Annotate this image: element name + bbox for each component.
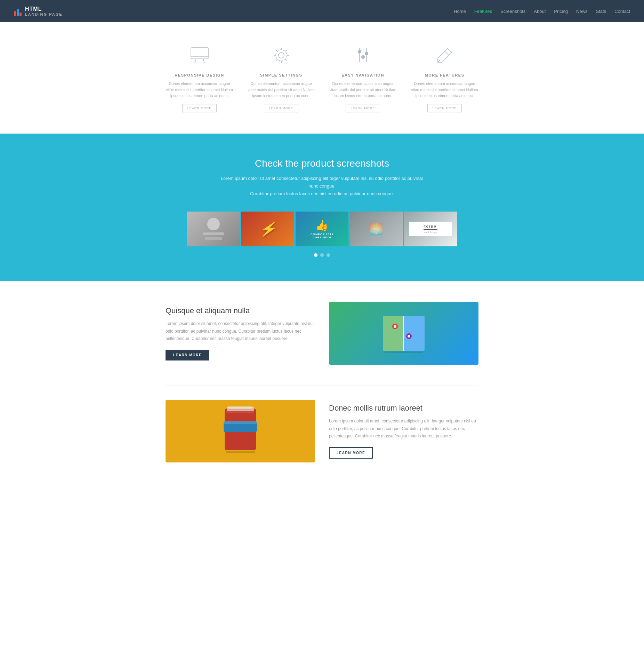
svg-rect-31 xyxy=(224,421,257,424)
features-section: RESPONSIVE DESIGN Donec elementum accums… xyxy=(0,22,644,133)
nav-item-home[interactable]: Home xyxy=(454,8,466,14)
screenshots-section: Check the product screenshots Lorem ipsu… xyxy=(0,134,644,281)
learn-more-button-settings[interactable]: LEARN MORE xyxy=(264,104,299,112)
pencil-icon xyxy=(433,43,457,68)
gallery-dot-3[interactable] xyxy=(327,253,330,257)
feature-card-settings: SIMPLE SETTINGS Donec elementum accumsan… xyxy=(247,43,315,112)
nav-item-news[interactable]: News xyxy=(576,8,588,14)
brand-html-label: HTML xyxy=(25,6,63,12)
gallery-thumb-1[interactable] xyxy=(187,212,240,246)
svg-point-22 xyxy=(394,325,396,328)
content-image-wallet xyxy=(166,400,315,462)
content-text-2: Donec mollis rutrum laoreet Lorem ipsum … xyxy=(329,404,478,459)
brand: HTML LANDING PAGE xyxy=(14,6,63,16)
learn-more-button-responsive[interactable]: LEARN MORE xyxy=(182,104,217,112)
gallery-dot-2[interactable] xyxy=(320,253,324,257)
gallery-thumb-2[interactable]: ⚡ xyxy=(241,212,294,246)
brand-text: HTML LANDING PAGE xyxy=(25,6,63,16)
nav-item-stats[interactable]: Stats xyxy=(596,8,606,14)
content-image-map xyxy=(329,302,478,365)
learn-more-button-section2[interactable]: LEARN MORE xyxy=(329,447,373,459)
svg-rect-26 xyxy=(384,351,423,353)
content-row-2: Donec mollis rutrum laoreet Lorem ipsum … xyxy=(166,400,478,462)
feature-title-responsive: RESPONSIVE DESIGN xyxy=(175,73,224,77)
screenshots-subtitle-line2: Curabitur pretium luctus lacus nec nisl … xyxy=(250,191,394,196)
gallery-thumb-4[interactable]: 🌅 xyxy=(350,212,403,246)
feature-card-responsive: RESPONSIVE DESIGN Donec elementum accums… xyxy=(166,43,233,112)
svg-rect-32 xyxy=(226,410,254,413)
monitor-icon xyxy=(187,43,212,68)
sliders-icon xyxy=(351,43,375,68)
content-title-1: Quisque et aliquam nulla xyxy=(166,306,315,315)
screenshots-subtitle: Lorem ipsum dolor sit amet consectetur a… xyxy=(218,175,426,198)
brand-logo xyxy=(14,6,22,16)
gallery-dots xyxy=(14,253,630,257)
svg-rect-0 xyxy=(191,48,208,59)
nav-item-pricing[interactable]: Pricing xyxy=(554,8,568,14)
feature-title-navigation: EASY NAVIGATION xyxy=(341,73,384,77)
bar-3 xyxy=(19,13,22,16)
feature-card-navigation: EASY NAVIGATION Donec elementum accumsan… xyxy=(329,43,397,112)
svg-rect-17 xyxy=(383,316,404,351)
map-svg xyxy=(376,312,432,354)
screenshots-gallery: ⚡ 👍 COMECE 2013 CURTINDO! 🌅 torpo card d… xyxy=(14,212,630,246)
feature-title-settings: SIMPLE SETTINGS xyxy=(260,73,303,77)
svg-point-10 xyxy=(358,50,361,54)
nav-item-contact[interactable]: Contact xyxy=(614,8,630,14)
feature-desc-more: Donec elementum accumsan augue vitae mat… xyxy=(411,81,478,99)
svg-line-1 xyxy=(195,59,196,63)
content-desc-2: Lorem ipsum dolor sit amet, consectetur … xyxy=(329,418,478,440)
nav-item-features[interactable]: Features xyxy=(474,8,492,14)
nav-menu: Home Features Screenshots About Pricing … xyxy=(454,8,630,14)
content-title-2: Donec mollis rutrum laoreet xyxy=(329,404,478,413)
content-text-1: Quisque et aliquam nulla Lorem ipsum dol… xyxy=(166,306,315,360)
feature-desc-navigation: Donec elementum accumsan augue vitae mat… xyxy=(329,81,397,99)
content-row-1: Quisque et aliquam nulla Lorem ipsum dol… xyxy=(166,302,478,365)
gallery-thumb-3[interactable]: 👍 COMECE 2013 CURTINDO! xyxy=(296,212,348,246)
learn-more-button-navigation[interactable]: LEARN MORE xyxy=(346,104,380,112)
svg-line-14 xyxy=(438,60,440,62)
wallet-svg xyxy=(216,403,265,459)
navbar: HTML LANDING PAGE Home Features Screensh… xyxy=(0,0,644,22)
screenshots-subtitle-line1: Lorem ipsum dolor sit amet consectetur a… xyxy=(221,176,423,189)
svg-point-25 xyxy=(408,335,410,338)
svg-line-13 xyxy=(445,51,449,55)
gallery-thumb-5[interactable]: torpo card design xyxy=(404,212,457,246)
svg-point-5 xyxy=(279,53,284,58)
learn-more-button-section1[interactable]: LEARN MORE xyxy=(166,350,209,360)
svg-point-12 xyxy=(365,52,368,55)
bar-2 xyxy=(17,9,19,16)
bar-1 xyxy=(14,11,16,16)
svg-rect-33 xyxy=(226,451,255,453)
svg-rect-18 xyxy=(404,316,425,351)
content-sections: Quisque et aliquam nulla Lorem ipsum dol… xyxy=(0,281,644,504)
feature-title-more: MORE FEATURES xyxy=(425,73,464,77)
feature-card-more: MORE FEATURES Donec elementum accumsan a… xyxy=(411,43,478,112)
gear-icon xyxy=(269,43,293,68)
features-grid: RESPONSIVE DESIGN Donec elementum accums… xyxy=(166,43,478,112)
nav-item-about[interactable]: About xyxy=(534,8,546,14)
screenshots-title: Check the product screenshots xyxy=(14,158,630,169)
svg-line-2 xyxy=(203,59,204,63)
svg-rect-29 xyxy=(228,406,252,409)
feature-desc-settings: Donec elementum accumsan augue vitae mat… xyxy=(247,81,315,99)
gallery-dot-1[interactable] xyxy=(314,253,317,257)
svg-point-11 xyxy=(361,55,365,59)
nav-item-screenshots[interactable]: Screenshots xyxy=(500,8,525,14)
brand-subtitle-label: LANDING PAGE xyxy=(25,12,63,16)
feature-desc-responsive: Donec elementum accumsan augue vitae mat… xyxy=(166,81,233,99)
content-desc-1: Lorem ipsum dolor sit amet, consectetur … xyxy=(166,320,315,343)
learn-more-button-more[interactable]: LEARN MORE xyxy=(427,104,462,112)
